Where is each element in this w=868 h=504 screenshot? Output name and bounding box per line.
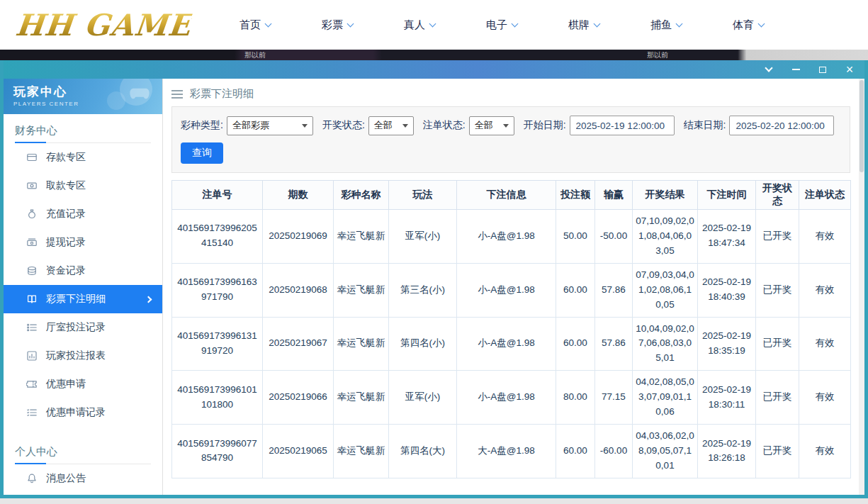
sidebar-item-hall-bet-records[interactable]: 厅室投注记录	[4, 313, 162, 342]
withdrawal-records-icon	[26, 237, 38, 248]
cell-draw-result: 07,09,03,04,01,02,08,06,10,05	[633, 263, 698, 317]
chevron-down-icon	[512, 20, 519, 27]
cell-draw-result: 10,04,09,02,07,06,08,03,05,01	[633, 317, 698, 371]
chevron-down-icon	[758, 20, 765, 27]
sidebar-item-label: 充值记录	[46, 208, 86, 220]
chevron-down-icon	[429, 20, 436, 27]
sidebar-item-label: 优惠申请	[46, 378, 86, 391]
section-personal-center: 个人中心	[15, 445, 151, 464]
cell-bet-time: 2025-02-19 18:47:34	[698, 210, 756, 264]
promo-apply-icon	[26, 379, 38, 390]
cell-bet-amount: 60.00	[556, 317, 595, 371]
cell-draw-status: 已开奖	[756, 210, 799, 264]
hamburger-menu-icon[interactable]	[171, 90, 183, 99]
cell-lottery-name: 幸运飞艇新	[334, 210, 389, 264]
sidebar-item-player-bet-report[interactable]: 玩家投注报表	[4, 342, 162, 370]
cell-win-loss: 57.86	[595, 263, 633, 317]
page-header: 彩票下注明细	[171, 87, 850, 101]
cell-draw-result: 07,10,09,02,01,08,04,06,03,05	[633, 210, 698, 264]
nav-item-slots[interactable]: 电子	[486, 18, 517, 32]
table-row: 401569173996077854790 20250219065 幸运飞艇新 …	[172, 425, 851, 478]
column-header: 期数	[263, 181, 334, 210]
lottery-type-select[interactable]: 全部彩票	[227, 116, 313, 135]
chevron-down-icon	[594, 20, 601, 27]
cell-play-type: 第四名(小)	[389, 317, 457, 371]
cell-lottery-name: 幸运飞艇新	[334, 263, 389, 317]
end-date-input[interactable]	[729, 116, 834, 135]
cell-play-type: 第四名(大)	[389, 425, 457, 478]
minimize-icon	[792, 69, 800, 70]
column-header: 开奖结果	[633, 181, 698, 210]
withdraw-icon	[26, 180, 38, 191]
cell-win-loss: -50.00	[595, 210, 633, 264]
funds-records-icon	[26, 265, 38, 276]
vertical-scrollbar[interactable]	[859, 79, 864, 495]
draw-status-select[interactable]: 全部	[368, 116, 414, 135]
sidebar-item-funds-records[interactable]: 资金记录	[4, 257, 162, 285]
column-header: 彩种名称	[334, 181, 389, 210]
end-date-label: 结束日期:	[684, 119, 726, 132]
gamepad-icon	[128, 87, 151, 101]
cell-bet-info: 大-A盘@1.98	[457, 425, 556, 478]
sidebar-header: 玩家中心 PLAYERS CENTER	[4, 79, 162, 114]
order-status-select[interactable]: 全部	[469, 116, 514, 135]
nav-item-live[interactable]: 真人	[404, 18, 435, 32]
cell-play-type: 亚军(小)	[389, 371, 457, 425]
sidebar-item-label: 玩家投注报表	[46, 349, 106, 362]
background-banner-strip: 那以前 那以前	[0, 50, 868, 60]
banner-fragment: 那以前	[244, 50, 266, 60]
table-header-row: 注单号 期数 彩种名称 玩法 下注信息 投注额 输赢 开奖结果 下注时间 开奖状…	[172, 181, 851, 210]
cell-period: 20250219066	[263, 371, 334, 425]
sidebar-item-promo-apply-records[interactable]: 优惠申请记录	[4, 398, 162, 427]
sidebar-item-label: 优惠申请记录	[46, 406, 106, 419]
cell-lottery-name: 幸运飞艇新	[334, 425, 389, 478]
nav-label: 体育	[733, 18, 754, 32]
table-row: 401569173996101101800 20250219066 幸运飞艇新 …	[172, 371, 851, 425]
cell-draw-result: 04,02,08,05,03,07,09,01,10,06	[633, 371, 698, 425]
sidebar-item-withdrawal-records[interactable]: 提现记录	[4, 228, 162, 257]
select-caret-icon	[302, 124, 308, 128]
window-collapse-button[interactable]	[764, 65, 774, 74]
cell-bet-info: 小-A盘@1.98	[457, 210, 556, 264]
recharge-records-icon	[26, 208, 38, 220]
chevron-right-icon	[145, 296, 152, 303]
cell-period: 20250219069	[263, 210, 334, 264]
cell-win-loss: 77.15	[595, 371, 633, 425]
window-minimize-button[interactable]	[791, 65, 801, 74]
query-button[interactable]: 查询	[181, 142, 223, 164]
cell-draw-status: 已开奖	[756, 425, 799, 478]
site-navbar: HH GAME 首页 彩票 真人 电子 棋牌 捕鱼 体育	[0, 0, 868, 50]
cell-order-status: 有效	[799, 263, 851, 317]
nav-item-fishing[interactable]: 捕鱼	[650, 18, 682, 32]
column-header: 注单状态	[799, 181, 851, 210]
window-close-button[interactable]: ×	[845, 65, 855, 74]
column-header: 注单号	[172, 181, 263, 210]
sidebar-item-deposit-zone[interactable]: 存款专区	[4, 143, 162, 172]
start-date-input[interactable]	[570, 116, 675, 135]
sidebar-item-lottery-bet-details[interactable]: 彩票下注明细	[4, 285, 162, 313]
cell-win-loss: 57.86	[595, 317, 633, 371]
sidebar-item-message-announcements[interactable]: 消息公告	[4, 464, 162, 493]
main-menu: 首页 彩票 真人 电子 棋牌 捕鱼 体育	[239, 18, 764, 32]
sidebar-item-promo-apply[interactable]: 优惠申请	[4, 370, 162, 398]
lottery-bet-details-icon	[26, 293, 38, 305]
nav-item-sports[interactable]: 体育	[733, 18, 764, 32]
cell-bet-amount: 80.00	[556, 371, 595, 425]
sidebar-item-withdraw-zone[interactable]: 取款专区	[4, 172, 162, 200]
page-title: 彩票下注明细	[190, 87, 254, 101]
cell-order-id: 401569173996077854790	[172, 425, 263, 478]
sidebar-item-label: 彩票下注明细	[46, 293, 106, 306]
sidebar-item-label: 存款专区	[46, 151, 86, 164]
decorative-circle	[107, 91, 125, 110]
window-maximize-button[interactable]	[818, 65, 828, 74]
nav-item-cards[interactable]: 棋牌	[568, 18, 599, 32]
column-header: 下注时间	[698, 181, 756, 210]
cell-order-status: 有效	[799, 425, 851, 478]
scrollbar-thumb[interactable]	[859, 80, 864, 172]
nav-item-home[interactable]: 首页	[239, 18, 271, 32]
sidebar-item-label: 取款专区	[46, 179, 86, 192]
nav-item-lottery[interactable]: 彩票	[322, 18, 353, 32]
cell-bet-time: 2025-02-19 18:30:11	[698, 371, 756, 425]
sidebar-item-recharge-records[interactable]: 充值记录	[4, 200, 162, 228]
cell-draw-status: 已开奖	[756, 317, 799, 371]
